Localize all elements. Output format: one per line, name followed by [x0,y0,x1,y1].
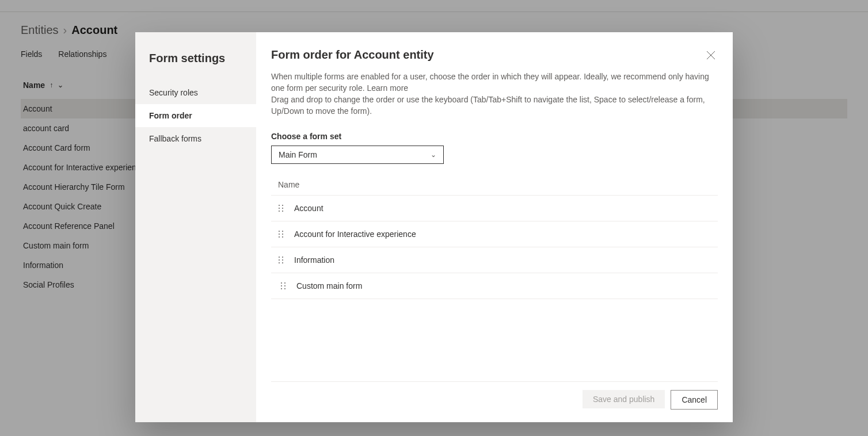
svg-point-15 [282,257,283,258]
sidebar-item-fallback-forms[interactable]: Fallback forms [135,127,256,150]
modal-footer: Save and publish Cancel [271,381,718,410]
form-order-row[interactable]: Account [271,196,718,221]
modal-description: When multiple forms are enabled for a us… [271,71,714,117]
svg-point-7 [282,211,283,212]
form-order-row[interactable]: Information [271,247,718,273]
svg-point-10 [279,234,280,235]
svg-point-3 [282,205,283,206]
svg-point-18 [279,262,280,263]
form-order-row[interactable]: Account for Interactive experience [271,221,718,247]
svg-point-9 [282,231,283,232]
svg-point-14 [279,257,280,258]
svg-point-2 [279,205,280,206]
form-order-row-label: Account [294,204,323,213]
learn-more-link[interactable]: Learn more [367,83,409,93]
svg-point-13 [282,236,283,238]
modal-desc-1: When multiple forms are enabled for a us… [271,72,709,93]
drag-handle-icon[interactable] [278,230,284,238]
svg-point-21 [284,282,285,284]
choose-form-set-label: Choose a form set [271,132,718,141]
form-order-row[interactable]: Custom main form [271,273,718,299]
close-icon [706,51,715,60]
modal-main: Form order for Account entity When multi… [256,32,733,422]
form-order-table: Name AccountAccount for Interactive expe… [271,174,718,299]
svg-point-20 [281,282,282,284]
sidebar-item-security-roles[interactable]: Security roles [135,81,256,104]
modal-title: Form order for Account entity [271,48,718,62]
svg-point-4 [279,208,280,209]
save-and-publish-button[interactable]: Save and publish [583,390,665,408]
drag-handle-icon[interactable] [278,204,284,212]
svg-point-8 [279,231,280,232]
svg-point-12 [279,236,280,238]
form-order-row-label: Account for Interactive experience [294,230,416,239]
svg-point-23 [284,285,285,286]
form-order-row-label: Custom main form [296,281,362,290]
modal-desc-2: Drag and drop to change the order or use… [271,95,705,116]
svg-point-24 [281,288,282,289]
cancel-button[interactable]: Cancel [671,390,718,410]
svg-point-22 [281,285,282,286]
drag-handle-icon[interactable] [278,256,284,264]
svg-point-6 [279,211,280,212]
svg-point-11 [282,234,283,235]
svg-point-16 [279,259,280,261]
modal-sidebar-title: Form settings [149,52,256,65]
order-column-header: Name [271,174,718,196]
svg-point-17 [282,259,283,261]
svg-point-5 [282,208,283,209]
form-order-row-label: Information [294,255,334,265]
form-set-select[interactable]: Main Form ⌄ [271,146,444,164]
modal-sidebar: Form settings Security rolesForm orderFa… [135,32,256,422]
sidebar-item-form-order[interactable]: Form order [135,104,256,127]
close-button[interactable] [702,46,720,64]
form-settings-modal: Form settings Security rolesForm orderFa… [135,32,733,422]
chevron-down-icon: ⌄ [431,151,436,159]
drag-handle-icon[interactable] [280,282,286,290]
svg-point-19 [282,262,283,263]
form-set-value: Main Form [279,150,317,159]
svg-point-25 [284,288,285,289]
